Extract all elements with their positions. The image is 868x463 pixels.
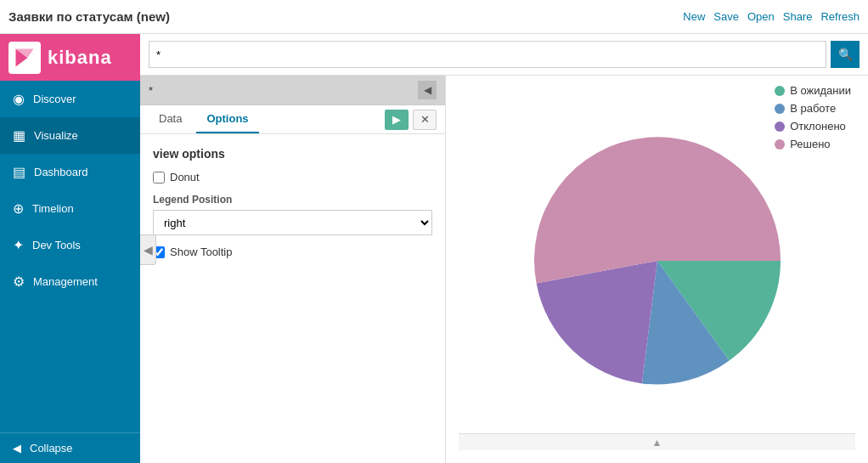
sidebar-item-management[interactable]: ⚙ Management xyxy=(0,263,140,300)
kibana-logo-text: kibana xyxy=(48,47,112,69)
sidebar-item-timelion[interactable]: ⊕ Timelion xyxy=(0,190,140,227)
visualize-icon: ▦ xyxy=(13,127,25,144)
kibana-logo-icon xyxy=(8,42,41,74)
new-button[interactable]: New xyxy=(683,10,705,23)
collapse-icon: ◀ xyxy=(13,442,21,455)
share-button[interactable]: Share xyxy=(783,10,813,23)
content-area: 🔍 * ◀ Data Options ▶ ✕ xyxy=(140,34,868,463)
options-body: view options Donut Legend Position right… xyxy=(140,134,445,463)
legend-position-select[interactable]: right left top bottom xyxy=(153,210,432,235)
panel-toggle-arrow[interactable]: ◀ xyxy=(140,234,156,265)
donut-checkbox[interactable] xyxy=(153,172,165,184)
sidebar-collapse[interactable]: ◀ Collapse xyxy=(0,432,140,463)
legend-position-label: Legend Position xyxy=(153,194,432,206)
tab-actions: ▶ ✕ xyxy=(385,110,437,130)
tab-bar: Data Options ▶ ✕ xyxy=(140,105,445,134)
legend-position-row: right left top bottom xyxy=(153,210,432,235)
panel-asterisk: * xyxy=(149,84,414,97)
bottom-scroll: ▲ xyxy=(459,433,855,450)
page-title: Заявки по статусам (new) xyxy=(0,9,683,24)
run-button[interactable]: ▶ xyxy=(385,110,409,130)
scroll-up-arrow[interactable]: ▲ xyxy=(652,437,662,449)
tab-options[interactable]: Options xyxy=(196,105,258,133)
sidebar-item-label: Dashboard xyxy=(34,166,88,178)
sidebar-logo: kibana xyxy=(0,34,140,81)
sidebar-item-label: Visualize xyxy=(34,129,78,142)
chart-container xyxy=(459,88,855,433)
sidebar: kibana ◉ Discover ▦ Visualize ▤ Dashboar… xyxy=(0,34,140,463)
chart-panel: В ожидании В работе Отклонено Решено xyxy=(446,76,868,463)
save-button[interactable]: Save xyxy=(713,10,739,23)
close-button[interactable]: ✕ xyxy=(413,110,437,130)
management-icon: ⚙ xyxy=(13,274,25,290)
sidebar-item-label: Timelion xyxy=(32,202,74,215)
sidebar-item-label: Dev Tools xyxy=(32,239,81,251)
sidebar-item-dashboard[interactable]: ▤ Dashboard xyxy=(0,154,140,190)
panel-area: * ◀ Data Options ▶ ✕ view options xyxy=(140,76,868,463)
sidebar-nav: ◉ Discover ▦ Visualize ▤ Dashboard ⊕ Tim… xyxy=(0,81,140,432)
donut-label: Donut xyxy=(170,171,200,184)
sidebar-item-visualize[interactable]: ▦ Visualize xyxy=(0,117,140,154)
top-bar: Заявки по статусам (new) New Save Open S… xyxy=(0,0,868,34)
sidebar-item-devtools[interactable]: ✦ Dev Tools xyxy=(0,227,140,263)
main-layout: kibana ◉ Discover ▦ Visualize ▤ Dashboar… xyxy=(0,34,868,463)
sidebar-item-label: Discover xyxy=(33,93,76,105)
search-input[interactable] xyxy=(149,41,826,68)
left-panel: * ◀ Data Options ▶ ✕ view options xyxy=(140,76,446,463)
refresh-button[interactable]: Refresh xyxy=(820,10,860,23)
search-bar: 🔍 xyxy=(140,34,868,76)
sidebar-item-discover[interactable]: ◉ Discover xyxy=(0,81,140,117)
tooltip-label: Show Tooltip xyxy=(170,246,232,258)
discover-icon: ◉ xyxy=(13,91,25,107)
tooltip-checkbox-row: Show Tooltip xyxy=(153,246,432,258)
timelion-icon: ⊕ xyxy=(13,200,24,217)
panel-prev-arrow[interactable]: ◀ xyxy=(418,81,437,99)
pie-chart xyxy=(521,125,793,397)
collapse-label: Collapse xyxy=(30,442,73,455)
view-options-title: view options xyxy=(153,147,432,161)
dashboard-icon: ▤ xyxy=(13,164,25,180)
devtools-icon: ✦ xyxy=(13,237,24,253)
open-button[interactable]: Open xyxy=(747,10,775,23)
top-bar-actions: New Save Open Share Refresh xyxy=(683,10,860,23)
donut-checkbox-row: Donut xyxy=(153,171,432,184)
panel-header: * ◀ xyxy=(140,76,445,105)
tab-data[interactable]: Data xyxy=(149,105,192,133)
search-button[interactable]: 🔍 xyxy=(831,41,860,68)
sidebar-item-label: Management xyxy=(33,275,98,288)
